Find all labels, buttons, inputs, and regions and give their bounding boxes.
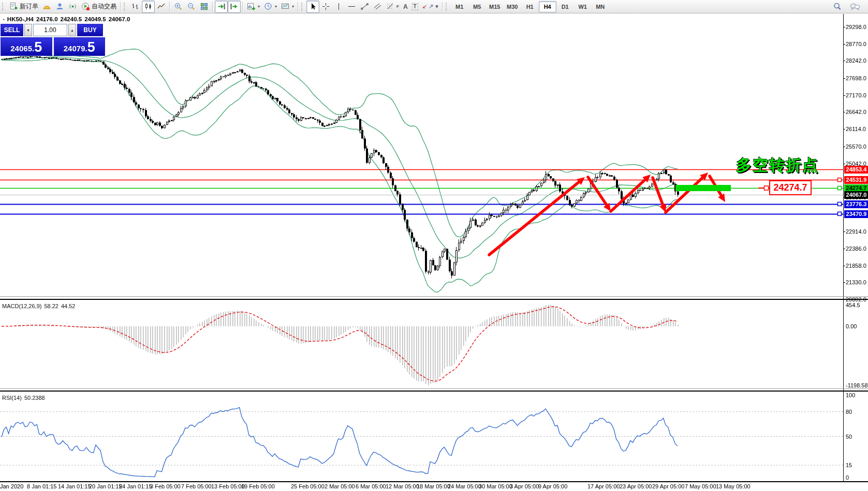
new-order-label: 新订单 xyxy=(20,2,38,11)
crosshair-icon xyxy=(321,2,330,11)
signals-icon xyxy=(68,2,77,11)
dropdown-caret-icon: ▾ xyxy=(292,4,294,9)
panel-divider[interactable] xyxy=(0,299,868,300)
volume-input[interactable] xyxy=(33,24,67,36)
panel-divider[interactable] xyxy=(0,296,868,297)
fibonacci-letter: F xyxy=(396,3,399,11)
chat-icon xyxy=(849,2,861,11)
toolbar: 新订单 自动交易 xyxy=(0,0,868,13)
price-axis[interactable] xyxy=(844,14,868,481)
timeframe-mn-button[interactable]: MN xyxy=(592,1,609,12)
text-tool-icon: A xyxy=(403,3,408,11)
templates-button[interactable]: ▾ xyxy=(279,1,296,13)
timeframe-m30-button[interactable]: M30 xyxy=(504,1,521,12)
autotrading-button[interactable]: 自动交易 xyxy=(79,1,119,13)
arrows-tool-button[interactable]: ↙↗ ▾ xyxy=(420,1,440,13)
toolbar-separator xyxy=(442,2,443,12)
symbol-icon: ▪ xyxy=(3,17,5,22)
cursor-icon xyxy=(308,2,317,11)
zoom-in-button[interactable] xyxy=(172,1,185,13)
buy-price-display[interactable]: 24079.5 xyxy=(54,37,106,56)
annotation-text[interactable]: 多空转折点 xyxy=(736,155,819,176)
chat-button[interactable] xyxy=(847,1,863,13)
volume-decrease-button[interactable]: ▼ xyxy=(24,24,32,36)
fibonacci-tool-button[interactable]: F xyxy=(384,1,401,13)
tile-windows-button[interactable] xyxy=(198,1,211,13)
profile-button[interactable] xyxy=(53,1,66,13)
sell-button[interactable]: SELL xyxy=(1,24,23,36)
line-chart-button[interactable] xyxy=(155,1,168,13)
dropdown-caret-icon: ▾ xyxy=(258,4,260,9)
autotrading-label: 自动交易 xyxy=(92,2,116,11)
toolbar-grip xyxy=(124,3,127,11)
timeframe-h1-button[interactable]: H1 xyxy=(521,1,539,12)
auto-scroll-icon xyxy=(217,2,226,11)
clock-icon xyxy=(264,2,273,11)
crosshair-tool-button[interactable] xyxy=(319,1,332,13)
buy-button[interactable]: BUY xyxy=(77,24,103,36)
sell-price-display[interactable]: 24065.5 xyxy=(1,37,52,56)
zoom-out-button[interactable] xyxy=(185,1,198,13)
vertical-line-tool-button[interactable] xyxy=(332,1,345,13)
macd-label: MACD(12,26,9) 58.22 44.52 xyxy=(2,303,75,309)
panel-divider[interactable] xyxy=(0,391,868,392)
timeframe-m1-button[interactable]: M1 xyxy=(451,1,468,12)
chart-shift-button[interactable] xyxy=(228,1,241,13)
text-label-tool-button[interactable]: T xyxy=(410,1,420,13)
text-tool-button[interactable]: A xyxy=(401,1,410,13)
panel-divider[interactable] xyxy=(0,388,868,389)
dropdown-caret-icon: ▾ xyxy=(275,4,277,9)
profile-icon xyxy=(55,2,64,11)
gold-icon xyxy=(42,2,51,11)
horizontal-line-icon xyxy=(347,2,356,11)
mt4-terminal: 新订单 自动交易 xyxy=(0,0,868,491)
chart-shift-icon xyxy=(230,2,239,11)
timeframe-m5-button[interactable]: M5 xyxy=(468,1,486,12)
timeframe-m15-button[interactable]: M15 xyxy=(486,1,504,12)
zoom-out-icon xyxy=(187,2,196,11)
toolbar-grip xyxy=(2,3,6,11)
trendline-tool-button[interactable] xyxy=(358,1,371,13)
toolbar-grip xyxy=(301,3,305,11)
ohlc-open: 24176.0 xyxy=(36,16,58,22)
timeframe-h4-button[interactable]: H4 xyxy=(539,1,556,12)
time-axis[interactable] xyxy=(0,482,844,491)
price-label-box[interactable]: 24274.7 xyxy=(769,180,812,195)
chart-title: ▪ HK50-,H4 24176.0 24240.5 24049.5 24067… xyxy=(3,16,130,22)
search-icon xyxy=(833,2,842,11)
sell-price-pips: 5 xyxy=(34,40,42,54)
auto-scroll-button[interactable] xyxy=(215,1,228,13)
volume-increase-button[interactable]: ▲ xyxy=(68,24,76,36)
candlestick-chart-button[interactable] xyxy=(142,1,155,13)
timeframe-d1-button[interactable]: D1 xyxy=(556,1,574,12)
bar-chart-button[interactable] xyxy=(129,1,142,13)
rsi-name: RSI(14) xyxy=(2,395,22,401)
fibonacci-icon xyxy=(386,2,395,11)
timeframe-w1-button[interactable]: W1 xyxy=(574,1,592,12)
new-order-button[interactable]: 新订单 xyxy=(7,1,40,13)
chart-plot-area[interactable] xyxy=(0,14,844,482)
search-button[interactable] xyxy=(831,1,844,13)
dropdown-caret-icon: ▾ xyxy=(435,4,438,9)
periods-button[interactable]: ▾ xyxy=(262,1,279,13)
text-label-icon: T xyxy=(412,3,418,10)
new-chart-button[interactable]: ▾ xyxy=(245,1,262,13)
horizontal-line-tool-button[interactable] xyxy=(345,1,358,13)
cursor-tool-button[interactable] xyxy=(306,1,319,13)
macd-name: MACD(12,26,9) xyxy=(2,303,41,309)
macd-main-value: 58.22 xyxy=(44,303,58,309)
chart-window: ▪ HK50-,H4 24176.0 24240.5 24049.5 24067… xyxy=(0,14,868,491)
rsi-label: RSI(14) 50.2388 xyxy=(2,395,45,401)
ohlc-close: 24067.0 xyxy=(109,16,130,22)
rsi-value: 50.2388 xyxy=(24,395,45,401)
tile-windows-icon xyxy=(200,2,209,11)
new-order-icon xyxy=(9,2,18,11)
market-button[interactable] xyxy=(40,1,53,13)
equidistant-channel-icon xyxy=(373,2,382,11)
arrow-down-icon: ↙ xyxy=(422,4,427,9)
trendline-icon xyxy=(360,2,369,11)
signals-button[interactable] xyxy=(66,1,79,13)
channel-tool-button[interactable] xyxy=(371,1,384,13)
zoom-in-icon xyxy=(174,2,183,11)
toolbar-separator xyxy=(120,2,121,12)
